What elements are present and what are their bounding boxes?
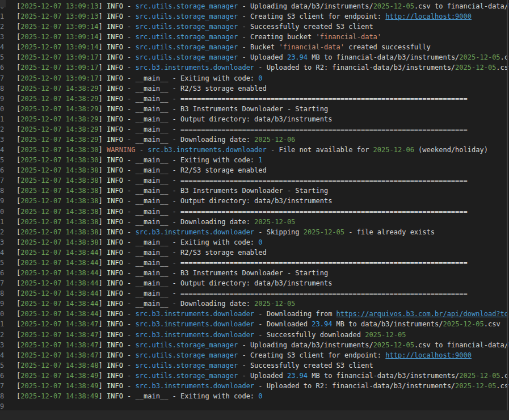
log-text: Output directory: data/b3/instruments	[180, 197, 332, 205]
log-text: Exiting with code:	[180, 238, 258, 246]
log-number: 0	[258, 238, 262, 246]
log-line-content: [2025-12-07 14:38:29] INFO - __main__ - …	[16, 104, 328, 114]
log-line: 3[2025-12-07 14:38:29] INFO - __main__ -…	[0, 135, 509, 145]
log-date: 2025-12-07 14:38:29	[20, 136, 98, 144]
log-line-content: [2025-12-07 14:38:30] INFO - __main__ - …	[16, 155, 263, 165]
log-date: 2025-12-07 14:38:38	[20, 197, 98, 205]
log-text: -	[254, 228, 267, 236]
log-text: Successfully downloaded	[267, 331, 365, 339]
log-level-info: INFO	[107, 64, 123, 72]
log-module: src.utils.storage_manager	[136, 53, 238, 61]
log-level-info: INFO	[107, 53, 123, 61]
log-text: -	[168, 300, 180, 308]
log-date: 2025-12-07 13:09:13	[20, 12, 98, 20]
line-number: 1	[0, 114, 6, 124]
log-module: src.utils.storage_manager	[136, 341, 238, 349]
log-module: src.b3.instruments.downloader	[136, 320, 255, 328]
vertical-scrollbar[interactable]	[507, 0, 508, 410]
log-level-info: INFO	[107, 269, 123, 277]
log-text: -	[123, 166, 136, 174]
log-text: MB to financial-data/b3/instruments/	[308, 53, 459, 61]
log-text: -	[123, 43, 136, 51]
log-text: B3 Instruments Downloader - Starting	[180, 187, 328, 195]
log-text: -	[123, 310, 136, 318]
log-text: __main__	[136, 197, 169, 205]
log-text: -	[168, 392, 180, 400]
log-text: Skipping	[267, 228, 304, 236]
log-text: -	[123, 125, 136, 133]
line-number: 3	[0, 237, 6, 247]
log-text: -	[254, 310, 267, 318]
log-text: -	[238, 12, 250, 20]
log-date: 2025-12-07 14:38:29	[20, 85, 98, 93]
log-date: 2025-12-07 14:38:30	[20, 156, 98, 164]
log-module: src.utils.storage_manager	[136, 12, 238, 20]
log-text: -	[123, 115, 136, 123]
log-text: -	[168, 238, 180, 246]
log-text: -	[123, 177, 136, 184]
log-text: -	[238, 341, 250, 349]
log-date: 2025-12-07 14:38:47	[20, 351, 98, 359]
log-line-content: [2025-12-07 13:09:17] INFO - src.b3.inst…	[16, 62, 509, 73]
log-text: -	[123, 289, 136, 297]
log-text: __main__	[136, 300, 169, 308]
log-text: -	[168, 95, 180, 103]
log-text: ]	[99, 33, 107, 41]
log-text: __main__	[136, 95, 169, 103]
log-line: 7[2025-12-07 14:38:44] INFO - __main__ -…	[0, 278, 509, 288]
log-text: B3 Instruments Downloader - Starting	[180, 105, 328, 113]
log-level-info: INFO	[107, 341, 123, 349]
log-date: 2025-12-07 13:09:14	[20, 43, 98, 51]
url-link[interactable]: http://localhost:9000	[385, 351, 472, 359]
log-line: 8[2025-12-07 14:38:38] INFO - __main__ -…	[0, 186, 509, 196]
log-text: ]	[99, 197, 107, 205]
log-text: -	[238, 362, 250, 369]
log-date: 2025-12-07 14:38:29	[20, 115, 98, 123]
log-date: 2025-12-07 14:38:47	[20, 331, 98, 339]
log-text: MB to financial-data/b3/instruments/	[308, 372, 459, 380]
log-level-info: INFO	[107, 74, 123, 82]
log-date: 2025-12-07 13:09:14	[20, 33, 98, 41]
log-text: -	[168, 115, 180, 123]
log-number: 0	[258, 74, 262, 82]
log-text: Successfully created S3 client	[250, 362, 373, 369]
horizontal-scrollbar[interactable]	[0, 410, 509, 420]
log-line-content: [2025-12-07 14:38:29] INFO - __main__ - …	[16, 114, 332, 124]
log-line-content: [2025-12-07 14:38:38] INFO - __main__ - …	[16, 237, 263, 247]
log-text: Successfully created S3 client	[250, 23, 373, 31]
log-text: Downloading date:	[180, 136, 254, 144]
log-line-content: [2025-12-07 14:38:29] INFO - __main__ - …	[16, 135, 295, 145]
log-level-info: INFO	[107, 392, 123, 400]
line-number: 8	[0, 391, 6, 401]
line-number: 4	[0, 145, 6, 155]
line-number: 9	[0, 196, 6, 206]
log-module: src.b3.instruments.downloader	[136, 228, 255, 236]
log-text: -	[123, 33, 136, 41]
log-text: ========================================…	[180, 95, 468, 103]
log-date: 2025-12-07 13:09:14	[20, 23, 98, 31]
log-date: 2025-12-07 14:38:38	[20, 228, 98, 236]
url-link[interactable]: http://localhost:9000	[385, 12, 472, 20]
log-level-info: INFO	[107, 279, 123, 287]
log-text: created successfully	[344, 43, 431, 51]
log-date: 2025-12-07 13:09:17	[20, 64, 98, 72]
log-text: MB to data/b3/instruments/	[332, 320, 443, 328]
log-level-info: INFO	[107, 85, 123, 93]
log-text: ]	[99, 392, 107, 400]
log-level-info: INFO	[107, 187, 123, 195]
log-text: ]	[99, 208, 107, 216]
log-text: ]	[99, 166, 107, 174]
url-link[interactable]: https://arquivos.b3.com.br/api/download?…	[336, 310, 508, 318]
line-number: 0	[0, 104, 6, 114]
log-text: Uploaded to R2: financial-data/b3/instru…	[267, 64, 455, 72]
log-text: -	[168, 197, 180, 205]
log-level-info: INFO	[107, 289, 123, 297]
log-text: -	[168, 177, 180, 184]
log-date: 2025-12-05	[254, 218, 295, 226]
log-text: R2/S3 storage enabled	[180, 85, 267, 93]
log-date: 2025-12-05	[455, 64, 496, 72]
log-date: 2025-12-07 13:09:17	[20, 53, 98, 61]
line-number: 7	[0, 278, 6, 288]
log-line: 2[2025-12-07 14:38:29] INFO - __main__ -…	[0, 124, 509, 135]
log-level-info: INFO	[107, 331, 123, 339]
